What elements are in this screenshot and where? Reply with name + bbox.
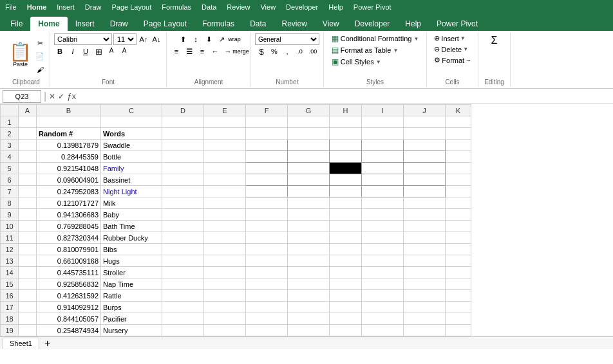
cell-r14-c1[interactable]: 0.445735111 — [37, 267, 101, 278]
cell-r10-c6[interactable] — [288, 221, 330, 232]
cell-r10-c0[interactable] — [19, 221, 37, 232]
cell-r17-c8[interactable] — [362, 302, 404, 313]
cell-r18-c8[interactable] — [362, 313, 404, 325]
cell-r8-c10[interactable] — [446, 197, 471, 209]
cell-r16-c3[interactable] — [162, 290, 204, 302]
cell-r5-c0[interactable] — [19, 163, 37, 174]
cell-r2-c9[interactable] — [404, 128, 446, 140]
italic-button[interactable]: I — [67, 46, 79, 57]
decrease-indent-button[interactable]: ← — [209, 46, 221, 57]
cell-r13-c6[interactable] — [288, 255, 330, 267]
tab-formulas[interactable]: Formulas — [194, 17, 242, 31]
col-header-b[interactable]: B — [37, 105, 101, 116]
sheet-tab-1[interactable]: Sheet1 — [3, 338, 39, 349]
cell-r11-c10[interactable] — [446, 232, 471, 244]
menu-formulas[interactable]: Formulas — [162, 3, 191, 11]
cell-r17-c4[interactable] — [204, 302, 246, 313]
cell-r17-c2[interactable]: Burps — [101, 302, 162, 313]
wrap-text-button[interactable]: wrap — [229, 33, 240, 45]
cell-r14-c0[interactable] — [19, 267, 37, 278]
cell-r10-c9[interactable] — [404, 221, 446, 232]
cell-r18-c6[interactable] — [288, 313, 330, 325]
cell-r19-c1[interactable]: 0.254874934 — [37, 325, 101, 336]
col-header-g[interactable]: G — [288, 105, 330, 116]
cell-r12-c1[interactable]: 0.810079901 — [37, 244, 101, 255]
cell-r11-c5[interactable] — [246, 232, 288, 244]
cell-r10-c10[interactable] — [446, 221, 471, 232]
cell-r15-c7[interactable] — [330, 278, 362, 290]
row-num-6[interactable]: 6 — [1, 174, 19, 186]
cell-r7-c9[interactable] — [404, 186, 446, 197]
align-right-button[interactable]: ≡ — [196, 46, 208, 57]
cell-r15-c1[interactable]: 0.925856832 — [37, 278, 101, 290]
cell-r5-c9[interactable] — [404, 163, 446, 174]
fill-color-button[interactable]: A — [106, 46, 117, 57]
cell-r6-c10[interactable] — [446, 174, 471, 186]
add-sheet-button[interactable]: + — [41, 338, 54, 349]
row-num-10[interactable]: 10 — [1, 221, 19, 232]
cell-r2-c6[interactable] — [288, 128, 330, 140]
cell-r13-c3[interactable] — [162, 255, 204, 267]
tab-insert[interactable]: Insert — [68, 17, 102, 31]
cell-r14-c3[interactable] — [162, 267, 204, 278]
row-num-1[interactable]: 1 — [1, 116, 19, 128]
cell-r5-c10[interactable] — [446, 163, 471, 174]
cell-r14-c9[interactable] — [404, 267, 446, 278]
sigma-button[interactable]: Σ — [487, 33, 502, 48]
cell-r18-c9[interactable] — [404, 313, 446, 325]
cell-r18-c3[interactable] — [162, 313, 204, 325]
cell-r18-c7[interactable] — [330, 313, 362, 325]
cell-r3-c5[interactable] — [246, 140, 288, 151]
cell-r7-c3[interactable] — [162, 186, 204, 197]
cell-r12-c6[interactable] — [288, 244, 330, 255]
cell-r18-c10[interactable] — [446, 313, 471, 325]
cell-r8-c5[interactable] — [246, 197, 288, 209]
cell-r8-c9[interactable] — [404, 197, 446, 209]
cell-r19-c5[interactable] — [246, 325, 288, 336]
row-num-2[interactable]: 2 — [1, 128, 19, 140]
cell-r7-c4[interactable] — [204, 186, 246, 197]
cell-r12-c0[interactable] — [19, 244, 37, 255]
cell-r1-c7[interactable] — [330, 116, 362, 128]
row-num-7[interactable]: 7 — [1, 186, 19, 197]
percent-button[interactable]: % — [269, 46, 280, 57]
cell-r2-c1[interactable]: Random # — [37, 128, 101, 140]
font-family-selector[interactable]: Calibri — [54, 33, 112, 45]
menu-view[interactable]: View — [260, 3, 276, 11]
cell-r15-c2[interactable]: Nap Time — [101, 278, 162, 290]
font-grow-button[interactable]: A↑ — [138, 33, 149, 45]
cell-r12-c10[interactable] — [446, 244, 471, 255]
cell-r15-c10[interactable] — [446, 278, 471, 290]
cell-r17-c7[interactable] — [330, 302, 362, 313]
cell-r19-c9[interactable] — [404, 325, 446, 336]
cell-r2-c8[interactable] — [362, 128, 404, 140]
align-middle-button[interactable]: ↕ — [190, 33, 202, 45]
cell-r3-c7[interactable] — [330, 140, 362, 151]
menu-page-layout[interactable]: Page Layout — [111, 3, 151, 11]
row-num-15[interactable]: 15 — [1, 278, 19, 290]
cell-r5-c3[interactable] — [162, 163, 204, 174]
cell-r5-c5[interactable] — [246, 163, 288, 174]
cell-r6-c3[interactable] — [162, 174, 204, 186]
font-color-button[interactable]: A — [118, 46, 130, 57]
cell-r10-c4[interactable] — [204, 221, 246, 232]
cell-r14-c6[interactable] — [288, 267, 330, 278]
cell-r15-c9[interactable] — [404, 278, 446, 290]
menu-draw[interactable]: Draw — [85, 3, 102, 11]
cell-r13-c9[interactable] — [404, 255, 446, 267]
cell-r16-c0[interactable] — [19, 290, 37, 302]
cell-r1-c2[interactable] — [101, 116, 162, 128]
col-header-j[interactable]: J — [404, 105, 446, 116]
col-header-e[interactable]: E — [204, 105, 246, 116]
cell-r18-c0[interactable] — [19, 313, 37, 325]
tab-file[interactable]: File — [3, 17, 30, 31]
cell-r1-c1[interactable] — [37, 116, 101, 128]
cell-r16-c6[interactable] — [288, 290, 330, 302]
row-num-8[interactable]: 8 — [1, 197, 19, 209]
cell-r16-c2[interactable]: Rattle — [101, 290, 162, 302]
cell-r5-c8[interactable] — [362, 163, 404, 174]
cell-r10-c7[interactable] — [330, 221, 362, 232]
cell-r16-c8[interactable] — [362, 290, 404, 302]
cell-r14-c5[interactable] — [246, 267, 288, 278]
cell-r4-c9[interactable] — [404, 151, 446, 163]
